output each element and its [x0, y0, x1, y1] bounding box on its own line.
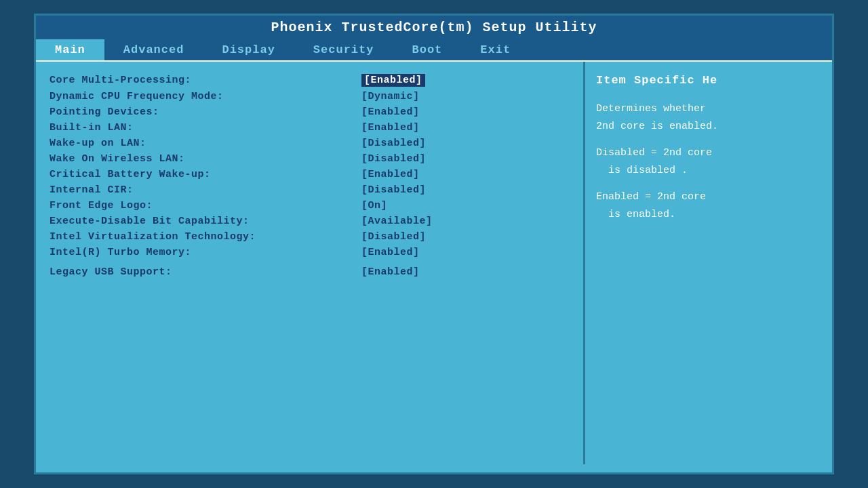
setting-label: Front Edge Logo: [50, 200, 361, 211]
setting-value[interactable]: [Enabled] [361, 106, 420, 118]
settings-table: Core Multi-Processing:[Enabled]Dynamic C… [50, 74, 570, 278]
side-panel-content: Determines whether 2nd core is enabled.D… [596, 100, 821, 223]
setting-value[interactable]: [Enabled] [361, 169, 420, 180]
setting-label: Built-in LAN: [50, 122, 361, 134]
setting-value[interactable]: [Available] [361, 216, 433, 227]
menu-item-security[interactable]: Security [294, 39, 393, 60]
setting-row: Internal CIR:[Disabled] [50, 184, 570, 196]
menu-bar: MainAdvancedDisplaySecurityBootExit [36, 39, 832, 62]
setting-label: Wake On Wireless LAN: [50, 153, 361, 165]
setting-value[interactable]: [Disabled] [361, 184, 426, 196]
setting-label: Dynamic CPU Frequency Mode: [50, 91, 361, 102]
setting-label: Core Multi-Processing: [50, 75, 361, 86]
setting-row: Core Multi-Processing:[Enabled] [50, 74, 570, 87]
setting-label: Wake-up on LAN: [50, 138, 361, 149]
setting-row: Execute-Disable Bit Capability:[Availabl… [50, 216, 570, 227]
setting-label: Intel(R) Turbo Memory: [50, 247, 361, 258]
setting-value[interactable]: [On] [361, 200, 387, 211]
menu-item-main[interactable]: Main [36, 39, 104, 60]
title-text: Phoenix TrustedCore(tm) Setup Utility [271, 20, 597, 35]
setting-label: Intel Virtualization Technology: [50, 231, 361, 243]
side-panel-paragraph: Determines whether 2nd core is enabled. [596, 100, 821, 135]
side-panel-paragraph: Enabled = 2nd core is enabled. [596, 188, 821, 223]
content-wrapper: Core Multi-Processing:[Enabled]Dynamic C… [36, 62, 832, 464]
setting-value[interactable]: [Enabled] [361, 247, 420, 258]
setting-label: Pointing Devices: [50, 106, 361, 118]
menu-item-exit[interactable]: Exit [461, 39, 530, 60]
setting-value[interactable]: [Disabled] [361, 231, 426, 243]
setting-row: Legacy USB Support:[Enabled] [50, 266, 570, 278]
setting-label: Legacy USB Support: [50, 266, 361, 278]
setting-value[interactable]: [Enabled] [361, 74, 425, 87]
setting-row: Intel(R) Turbo Memory:[Enabled] [50, 247, 570, 258]
setting-row: Front Edge Logo:[On] [50, 200, 570, 211]
setting-value[interactable]: [Enabled] [361, 122, 420, 134]
bios-screen: Phoenix TrustedCore(tm) Setup Utility Ma… [34, 14, 834, 474]
setting-row: Wake On Wireless LAN:[Disabled] [50, 153, 570, 165]
bios-title: Phoenix TrustedCore(tm) Setup Utility [36, 16, 832, 39]
setting-value[interactable]: [Disabled] [361, 138, 426, 149]
main-panel: Core Multi-Processing:[Enabled]Dynamic C… [36, 62, 585, 464]
setting-row: Intel Virtualization Technology:[Disable… [50, 231, 570, 243]
setting-label: Execute-Disable Bit Capability: [50, 216, 361, 227]
setting-label: Critical Battery Wake-up: [50, 169, 361, 180]
side-panel-title: Item Specific He [596, 74, 821, 87]
setting-row: Pointing Devices:[Enabled] [50, 106, 570, 118]
menu-item-advanced[interactable]: Advanced [104, 39, 203, 60]
setting-value[interactable]: [Disabled] [361, 153, 426, 165]
setting-value[interactable]: [Enabled] [361, 266, 420, 278]
setting-value[interactable]: [Dynamic] [361, 91, 420, 102]
side-panel-paragraph: Disabled = 2nd core is disabled . [596, 144, 821, 179]
setting-label: Internal CIR: [50, 184, 361, 196]
menu-item-boot[interactable]: Boot [393, 39, 461, 60]
setting-row: Dynamic CPU Frequency Mode:[Dynamic] [50, 91, 570, 102]
side-panel: Item Specific He Determines whether 2nd … [585, 62, 832, 464]
menu-item-display[interactable]: Display [203, 39, 294, 60]
setting-row: Wake-up on LAN:[Disabled] [50, 138, 570, 149]
setting-row: Built-in LAN:[Enabled] [50, 122, 570, 134]
setting-row: Critical Battery Wake-up:[Enabled] [50, 169, 570, 180]
